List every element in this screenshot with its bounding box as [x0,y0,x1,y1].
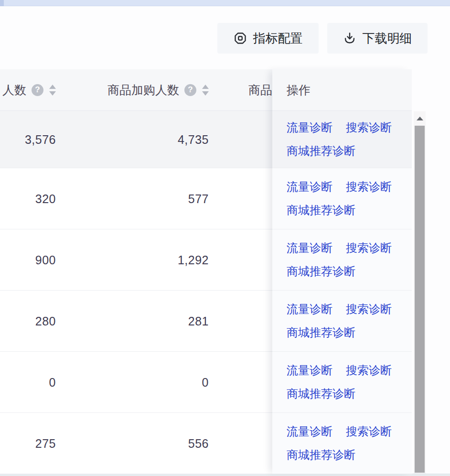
scroll-up-arrow-icon [417,117,423,120]
column-header-visitors-label: 人数 [2,82,26,98]
caret-up-icon [202,85,209,89]
scrollbar-thumb[interactable] [415,126,425,473]
mall-recommend-diagnosis-link[interactable]: 商城推荐诊断 [287,325,412,340]
search-diagnosis-link[interactable]: 搜索诊断 [346,120,392,135]
column-header-actions: 操作 [272,69,412,111]
traffic-diagnosis-link[interactable]: 流量诊断 [287,179,332,195]
download-icon [343,32,356,45]
search-diagnosis-link[interactable]: 搜索诊断 [346,240,392,256]
cart-users-value: 577 [188,192,209,206]
column-header-cart-users-label: 商品加购人数 [107,82,179,98]
actions-cell: 流量诊断 搜索诊断 商城推荐诊断 [272,352,412,413]
caret-down-icon [49,91,56,96]
cart-users-value: 556 [188,436,209,450]
mall-recommend-diagnosis-link[interactable]: 商城推荐诊断 [287,447,412,463]
column-header-truncated: 商品 [248,69,272,110]
actions-cell: 流量诊断 搜索诊断 商城推荐诊断 [272,229,412,291]
download-detail-label: 下载明细 [363,30,412,47]
sort-control[interactable] [202,85,209,96]
column-header-truncated-label: 商品 [248,82,272,98]
visitors-value: 280 [35,314,56,328]
search-diagnosis-link[interactable]: 搜索诊断 [346,179,392,195]
column-header-visitors: 人数 ? [2,69,56,110]
help-icon[interactable]: ? [32,84,43,96]
actions-cell: 流量诊断 搜索诊断 商城推荐诊断 [272,291,412,352]
top-blue-strip [0,0,450,6]
traffic-diagnosis-link[interactable]: 流量诊断 [287,120,332,135]
caret-up-icon [49,85,56,89]
caret-down-icon [202,91,209,96]
column-header-actions-label: 操作 [287,82,311,98]
search-diagnosis-link[interactable]: 搜索诊断 [346,424,392,439]
metric-config-label: 指标配置 [253,30,303,47]
traffic-diagnosis-link[interactable]: 流量诊断 [287,240,332,256]
download-detail-button[interactable]: 下载明细 [327,23,428,54]
vertical-scrollbar[interactable] [414,111,426,474]
visitors-value: 0 [49,375,56,389]
scrollbar-up-button[interactable] [414,111,426,126]
cart-users-value: 281 [188,314,209,328]
actions-cell: 流量诊断 搜索诊断 商城推荐诊断 [272,111,412,168]
visitors-value: 320 [35,192,56,206]
pinned-actions-column: 操作 流量诊断 搜索诊断 商城推荐诊断 流量诊断 搜索诊断 商城推荐诊断 流量诊… [272,69,412,474]
mall-recommend-diagnosis-link[interactable]: 商城推荐诊断 [287,264,412,279]
traffic-diagnosis-link[interactable]: 流量诊断 [287,302,332,317]
search-diagnosis-link[interactable]: 搜索诊断 [346,363,392,378]
visitors-value: 3,576 [25,132,56,146]
cart-users-value: 0 [202,375,209,389]
column-header-cart-users: 商品加购人数 ? [107,69,209,110]
gear-octagon-icon [234,32,247,45]
sort-control[interactable] [49,85,56,96]
actions-cell: 流量诊断 搜索诊断 商城推荐诊断 [272,413,412,474]
top-strip-accent [0,0,4,6]
traffic-diagnosis-link[interactable]: 流量诊断 [287,363,332,378]
mall-recommend-diagnosis-link[interactable]: 商城推荐诊断 [287,143,412,159]
help-icon[interactable]: ? [184,84,196,96]
analytics-screen: 指标配置 下载明细 人数 ? 商品加购人数 ? [0,0,450,476]
metric-config-button[interactable]: 指标配置 [217,23,319,54]
visitors-value: 275 [35,436,56,450]
visitors-value: 900 [35,253,56,267]
cart-users-value: 1,292 [178,253,209,267]
actions-cell: 流量诊断 搜索诊断 商城推荐诊断 [272,168,412,229]
traffic-diagnosis-link[interactable]: 流量诊断 [287,424,332,439]
cart-users-value: 4,735 [178,132,209,146]
search-diagnosis-link[interactable]: 搜索诊断 [346,302,392,317]
mall-recommend-diagnosis-link[interactable]: 商城推荐诊断 [287,386,412,401]
mall-recommend-diagnosis-link[interactable]: 商城推荐诊断 [287,203,412,218]
